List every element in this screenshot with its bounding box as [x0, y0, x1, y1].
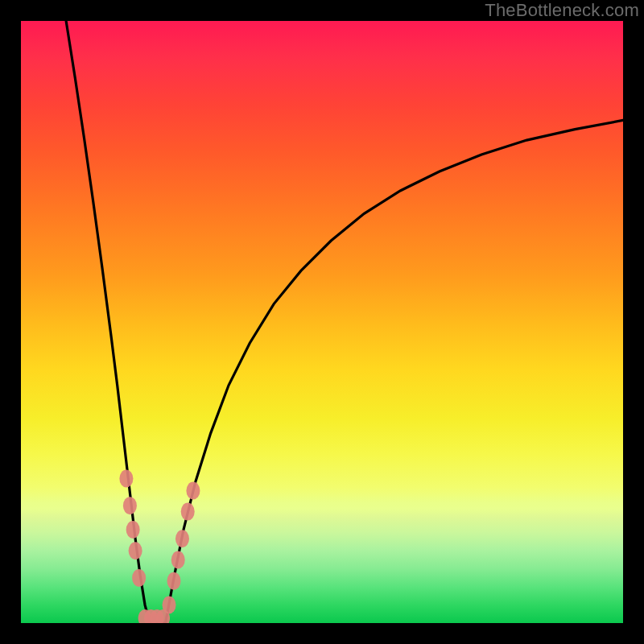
data-marker	[119, 469, 133, 487]
data-marker	[167, 572, 180, 590]
data-marker	[126, 521, 140, 539]
outer-black-frame: TheBottleneck.com	[0, 0, 644, 644]
curve-right-branch	[166, 120, 623, 623]
data-marker	[123, 497, 137, 514]
data-marker	[171, 551, 185, 568]
plot-area	[21, 21, 623, 623]
chart-svg	[21, 21, 623, 623]
data-marker	[163, 597, 176, 614]
data-marker	[181, 503, 195, 521]
data-marker	[186, 481, 200, 499]
data-marker	[129, 542, 142, 559]
data-marker	[132, 569, 146, 587]
watermark-text: TheBottleneck.com	[485, 0, 639, 21]
data-marker	[175, 530, 189, 547]
marker-group	[119, 469, 200, 623]
